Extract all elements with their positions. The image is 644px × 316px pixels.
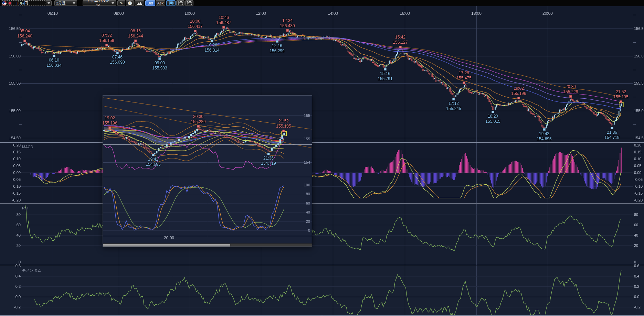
swing-marker bbox=[543, 128, 546, 131]
momentum-axis-label-right: 0.2 bbox=[634, 284, 639, 288]
price-chart-canvas[interactable] bbox=[0, 6, 644, 316]
momentum-axis-label-right: 0.0 bbox=[634, 295, 639, 299]
price-annotation: 18:20155.015 bbox=[485, 114, 500, 124]
price-annotation: 21:36154.719 bbox=[604, 130, 619, 140]
macd-axis-label-left: -0.05 bbox=[6, 177, 21, 182]
technical-select-button[interactable]: テクニカル選択 bbox=[83, 0, 116, 6]
rsi-axis-label-left: 80 bbox=[6, 213, 21, 217]
timeframe-selector[interactable]: 2分足 bbox=[54, 0, 77, 6]
price-annotation: 21:52155.135 bbox=[276, 119, 291, 129]
swing-marker bbox=[194, 30, 197, 32]
overlay-axis-label: 0 bbox=[298, 228, 310, 232]
timeframe-label: 2分足 bbox=[56, 1, 66, 6]
main-axis-label-right: 156.50 bbox=[634, 26, 644, 31]
macd-axis-label-right: -0.05 bbox=[634, 177, 643, 182]
bid-button[interactable]: Bid bbox=[145, 0, 155, 6]
macd-axis-label-left: 0.10 bbox=[6, 157, 21, 161]
macd-axis-label-right: 0.15 bbox=[634, 150, 641, 154]
macd-axis-label-right: -0.15 bbox=[634, 191, 643, 195]
overlay-scrollbar-thumb[interactable] bbox=[103, 244, 230, 247]
swing-marker bbox=[159, 57, 161, 60]
momentum-axis-label-left: 0.4 bbox=[6, 274, 21, 278]
macd-axis-label-left: -0.20 bbox=[6, 198, 21, 202]
ask-button[interactable]: Ask bbox=[156, 0, 165, 6]
currency-dropdown-button[interactable] bbox=[46, 0, 52, 6]
price-annotation: 15:42156.127 bbox=[393, 35, 408, 45]
rsi-axis-label-right: 40 bbox=[634, 233, 638, 237]
macd-axis-label-left: 0.00 bbox=[6, 171, 21, 175]
momentum-axis-label-left: -0.2 bbox=[6, 305, 21, 309]
rsi-axis-label-right: 80 bbox=[634, 213, 638, 217]
info-button[interactable]: i bbox=[126, 0, 134, 6]
price-annotation: 19:42154.695 bbox=[537, 131, 551, 142]
area-chart-icon bbox=[137, 1, 142, 6]
chart-area: MACD RSI モメンタム 20:00 1551551541008060402… bbox=[0, 6, 644, 316]
main-axis-label-right: 155.50 bbox=[634, 81, 644, 85]
main-axis-label-right: 156.00 bbox=[634, 54, 644, 58]
currency-pair-label: ドル/円 bbox=[15, 1, 28, 6]
swing-marker bbox=[135, 40, 137, 42]
rsi-axis-label-right: 20 bbox=[634, 243, 638, 248]
rsi-axis-label-left: 60 bbox=[6, 223, 21, 227]
macd-axis-label-left: -0.15 bbox=[6, 191, 21, 195]
overlay-scrollbar[interactable] bbox=[103, 243, 312, 247]
macd-axis-label-left: -0.10 bbox=[6, 184, 21, 188]
swing-marker bbox=[24, 40, 26, 42]
price-annotation: 12:34156.430 bbox=[280, 18, 295, 29]
macd-panel-label: MACD bbox=[22, 145, 33, 149]
price-annotation: 15:16155.791 bbox=[378, 71, 392, 81]
main-axis-label-right: 154.50 bbox=[634, 136, 644, 140]
overlay-axis-label: 40 bbox=[298, 210, 310, 214]
main-axis-label-left: 154.50 bbox=[6, 136, 21, 140]
swing-marker bbox=[106, 44, 108, 46]
price-annotation: 06:10156.034 bbox=[46, 58, 61, 68]
zoom-in-button[interactable] bbox=[185, 0, 193, 6]
swing-marker bbox=[223, 26, 225, 29]
swing-marker bbox=[197, 125, 200, 128]
candle-chart-icon bbox=[168, 1, 174, 5]
momentum-axis-label-left: 0.2 bbox=[6, 284, 21, 288]
time-axis-label: 08:00 bbox=[114, 11, 124, 16]
main-axis-label-left: 155.00 bbox=[6, 109, 21, 113]
macd-axis-label-left: 0.20 bbox=[6, 143, 21, 147]
momentum-axis-label-right: -0.2 bbox=[634, 305, 641, 309]
price-annotation: 07:32156.159 bbox=[99, 33, 114, 43]
rsi-panel-label: RSI bbox=[22, 206, 28, 210]
area-chart-button[interactable] bbox=[135, 0, 144, 6]
swing-marker bbox=[283, 130, 285, 132]
macd-axis-label-right: 0.20 bbox=[634, 143, 641, 147]
time-axis-label: 14:00 bbox=[328, 11, 338, 16]
chevron-down-icon bbox=[73, 2, 75, 4]
price-annotation: 10:46156.487 bbox=[216, 15, 231, 25]
zoom-out-button[interactable] bbox=[176, 0, 184, 6]
price-annotation: 19:02155.196 bbox=[511, 86, 526, 96]
swing-marker bbox=[276, 40, 278, 43]
info-icon: i bbox=[128, 1, 132, 5]
swing-marker bbox=[399, 46, 402, 48]
overlay-axis-label: 100 bbox=[298, 183, 310, 187]
candle-chart-button[interactable] bbox=[166, 0, 176, 6]
price-annotation: 21:52155.135 bbox=[613, 89, 628, 100]
draw-pencil-button[interactable]: ✎ bbox=[117, 0, 125, 6]
macd-axis-label-right: -0.10 bbox=[634, 184, 643, 188]
swing-marker bbox=[211, 40, 213, 42]
zoom-out-icon bbox=[177, 1, 184, 6]
overlay-chart-canvas[interactable] bbox=[103, 96, 312, 243]
swing-marker bbox=[116, 52, 119, 54]
pencil-icon: ✎ bbox=[120, 1, 123, 6]
time-axis-label: 12:00 bbox=[256, 11, 266, 16]
time-axis-label: 20:00 bbox=[542, 11, 553, 16]
swing-marker bbox=[53, 55, 55, 57]
japan-flag-icon bbox=[8, 1, 12, 6]
overlay-axis-label: 155 bbox=[298, 113, 310, 118]
swing-marker bbox=[492, 111, 494, 113]
momentum-axis-label-right: 0.6 bbox=[634, 264, 639, 268]
macd-axis-label-right: 0.05 bbox=[634, 164, 641, 168]
price-annotation: 10:00156.417 bbox=[188, 19, 202, 29]
price-annotation: 17:12155.245 bbox=[446, 101, 461, 111]
detached-chart-window[interactable]: 20:00 15515515410080604020019:02155.1961… bbox=[103, 95, 312, 247]
rsi-axis-label-left: 40 bbox=[6, 233, 21, 237]
price-annotation: 17:28155.475 bbox=[456, 70, 471, 81]
currency-pair-selector[interactable]: ドル/円 bbox=[1, 0, 45, 6]
time-axis-label: 06:10 bbox=[47, 11, 58, 16]
